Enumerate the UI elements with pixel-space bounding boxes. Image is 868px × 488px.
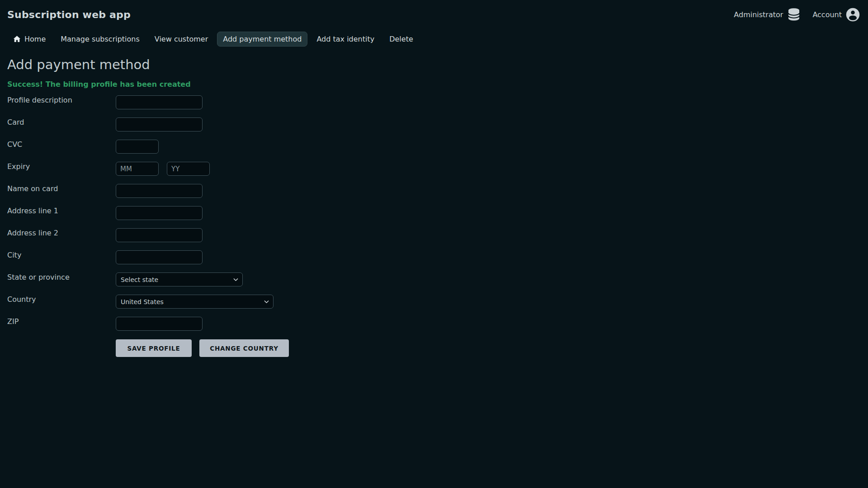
expiry-year-input[interactable] xyxy=(167,162,210,176)
nav-item-label: Home xyxy=(24,35,46,43)
form-row-name-on-card: Name on card xyxy=(7,184,861,198)
city-label: City xyxy=(7,250,116,260)
profile-description-label: Profile description xyxy=(7,95,116,105)
form-row-card: Card xyxy=(7,117,861,131)
expiry-label: Expiry xyxy=(7,162,116,171)
nav-item-add-tax-identity[interactable]: Add tax identity xyxy=(311,32,380,47)
account-person-icon xyxy=(846,8,860,22)
nav-item-label: Add tax identity xyxy=(316,35,374,43)
form-row-state: State or province Select state xyxy=(7,272,861,286)
cvc-label: CVC xyxy=(7,140,116,149)
form-actions: SAVE PROFILE CHANGE COUNTRY xyxy=(116,339,861,357)
nav-item-view-customer[interactable]: View customer xyxy=(149,32,214,47)
city-input[interactable] xyxy=(116,250,203,264)
nav-item-manage-subscriptions[interactable]: Manage subscriptions xyxy=(55,32,146,47)
form-row-zip: ZIP xyxy=(7,317,861,331)
country-select[interactable]: United States xyxy=(116,295,274,309)
form-row-address-line-1: Address line 1 xyxy=(7,206,861,220)
address-line-1-label: Address line 1 xyxy=(7,206,116,216)
card-number-input[interactable] xyxy=(116,117,203,131)
form-row-cvc: CVC xyxy=(7,140,861,154)
profile-description-input[interactable] xyxy=(116,95,203,109)
administrator-label: Administrator xyxy=(734,10,783,19)
home-icon xyxy=(13,35,21,43)
card-label: Card xyxy=(7,117,116,127)
nav-item-add-payment-method[interactable]: Add payment method xyxy=(217,32,307,47)
zip-input[interactable] xyxy=(116,317,203,331)
form-row-expiry: Expiry xyxy=(7,162,861,176)
app-title: Subscription web app xyxy=(7,9,131,20)
account-menu[interactable]: Account xyxy=(812,8,860,22)
cvc-input[interactable] xyxy=(116,140,159,154)
form-row-country: Country United States xyxy=(7,295,861,309)
address-line-2-input[interactable] xyxy=(116,228,203,242)
name-on-card-label: Name on card xyxy=(7,184,116,193)
database-icon xyxy=(787,7,801,22)
country-label: Country xyxy=(7,295,116,304)
change-country-button[interactable]: CHANGE COUNTRY xyxy=(199,339,289,357)
nav-item-delete[interactable]: Delete xyxy=(383,32,419,47)
state-label: State or province xyxy=(7,272,116,282)
main-content: Add payment method Success! The billing … xyxy=(0,57,868,357)
success-message: Success! The billing profile has been cr… xyxy=(7,80,861,89)
payment-method-form: Profile description Card CVC Expiry Name… xyxy=(7,95,861,357)
app-header: Subscription web app Administrator Accou… xyxy=(0,0,868,22)
main-nav: Home Manage subscriptions View customer … xyxy=(0,32,868,47)
save-profile-button[interactable]: SAVE PROFILE xyxy=(116,339,192,357)
account-label: Account xyxy=(812,10,842,19)
nav-item-label: Add payment method xyxy=(223,35,302,43)
administrator-menu[interactable]: Administrator xyxy=(734,7,801,22)
nav-item-home[interactable]: Home xyxy=(7,32,52,47)
address-line-2-label: Address line 2 xyxy=(7,228,116,238)
nav-item-label: Manage subscriptions xyxy=(61,35,140,43)
form-row-profile-description: Profile description xyxy=(7,95,861,109)
header-right-group: Administrator Account xyxy=(734,7,860,22)
state-select[interactable]: Select state xyxy=(116,272,243,286)
name-on-card-input[interactable] xyxy=(116,184,203,198)
nav-item-label: Delete xyxy=(389,35,413,43)
form-row-address-line-2: Address line 2 xyxy=(7,228,861,242)
expiry-month-input[interactable] xyxy=(116,162,159,176)
form-row-city: City xyxy=(7,250,861,264)
zip-label: ZIP xyxy=(7,317,116,326)
nav-item-label: View customer xyxy=(155,35,208,43)
page-title: Add payment method xyxy=(7,57,861,72)
address-line-1-input[interactable] xyxy=(116,206,203,220)
